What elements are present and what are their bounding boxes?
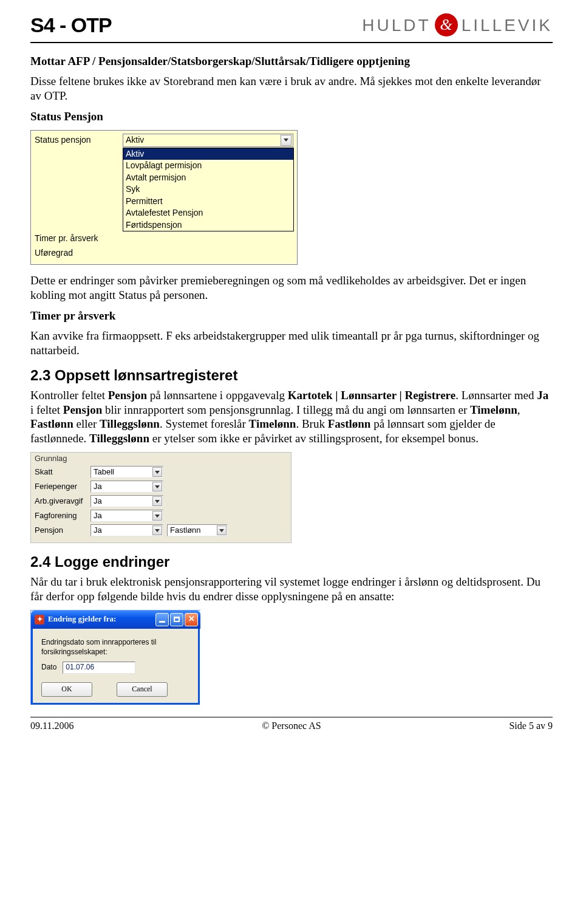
bold-fastlonn2: Fastlønn xyxy=(328,417,371,430)
dropdown-option[interactable]: Avtalefestet Pensjon xyxy=(123,207,293,219)
section-2-3-paragraph: Kontroller feltet Pensjon på lønnsartene… xyxy=(30,388,553,446)
feriepenger-value: Ja xyxy=(94,482,102,491)
chevron-down-icon xyxy=(155,529,160,532)
cancel-button[interactable]: Cancel xyxy=(117,682,168,697)
dialog-title: Endring gjelder fra: xyxy=(48,614,116,624)
dialog-wrapper: ✦ Endring gjelder fra: ✕ Endringsdato so… xyxy=(30,610,200,705)
page-header: S4 - OTP HULDT & LILLEVIK xyxy=(30,12,553,43)
dialog-titlebar[interactable]: ✦ Endring gjelder fra: ✕ xyxy=(31,611,200,629)
arbgiveravgift-label: Arb.giveravgif xyxy=(35,496,87,506)
fagforening-combo[interactable]: Ja xyxy=(90,510,163,522)
bold-fastlonn: Fastlønn xyxy=(30,417,73,430)
feriepenger-combo[interactable]: Ja xyxy=(90,481,163,493)
timer-heading: Timer pr årsverk xyxy=(30,309,553,323)
grunnlag-panel: Grunnlag Skatt Tabell Feriepenger Ja Arb… xyxy=(30,452,292,543)
minimize-icon xyxy=(159,621,165,623)
status-dropdown-list: Aktiv Lovpålagt permisjon Avtalt permisj… xyxy=(123,148,294,232)
grunnlag-legend: Grunnlag xyxy=(35,454,287,464)
status-pensjon-label: Status pensjon xyxy=(35,135,123,146)
combo-button[interactable] xyxy=(152,482,162,491)
section-2-4-paragraph: Når du tar i bruk elektronisk pensjonsra… xyxy=(30,575,553,604)
chevron-down-icon xyxy=(155,471,160,474)
bold-tilleggslonn: Tilleggslønn xyxy=(100,417,160,430)
pensjon-label: Pensjon xyxy=(35,525,87,535)
chevron-down-icon xyxy=(219,529,224,532)
header-title: S4 - OTP xyxy=(30,12,112,38)
dialog-body-frame: Endringsdato som innrapporteres til fors… xyxy=(31,629,200,705)
combo-button[interactable] xyxy=(152,467,162,477)
logo-text-left: HULDT xyxy=(362,15,431,36)
logo-ampersand-icon: & xyxy=(435,13,458,36)
feriepenger-label: Feriepenger xyxy=(35,482,87,491)
date-label: Dato xyxy=(41,663,56,672)
footer-page: Side 5 av 9 xyxy=(509,720,553,732)
dropdown-option[interactable]: Syk xyxy=(123,183,293,196)
dropdown-option[interactable]: Lovpålagt permisjon xyxy=(123,160,293,172)
after-shot1-p2: Kan avvike fra firmaoppsett. F eks arbei… xyxy=(30,329,553,358)
chevron-down-icon xyxy=(155,485,160,488)
bold-kartotek: Kartotek | Lønnsarter | Registrere xyxy=(288,389,455,402)
dialog-body-text: Endringsdato som innrapporteres til fors… xyxy=(41,637,189,657)
section-2-3-heading: 2.3 Oppsett lønnsartregisteret xyxy=(30,366,553,385)
bold-pensjon: Pensjon xyxy=(108,389,147,402)
dropdown-option[interactable]: Permittert xyxy=(123,196,293,208)
footer-date: 09.11.2006 xyxy=(30,720,73,732)
pensjon-type-combo[interactable]: Fastlønn xyxy=(167,524,228,536)
bold-timelonn: Timelønn xyxy=(470,403,517,416)
section-2-4-heading: 2.4 Logge endringer xyxy=(30,553,553,571)
dropdown-option[interactable]: Avtalt permisjon xyxy=(123,172,293,184)
uforegrad-label: Uføregrad xyxy=(35,248,123,259)
status-pensjon-value: Aktiv xyxy=(126,135,144,146)
combo-button[interactable] xyxy=(217,525,227,535)
dropdown-option[interactable]: Aktiv xyxy=(123,148,293,160)
cancel-label: Cancel xyxy=(132,685,152,694)
page-footer: 09.11.2006 © Personec AS Side 5 av 9 xyxy=(30,717,553,732)
app-icon: ✦ xyxy=(35,615,44,625)
status-pensjon-heading: Status Pensjon xyxy=(30,109,553,124)
logo-text-right: LILLEVIK xyxy=(462,15,553,36)
combo-button[interactable] xyxy=(152,496,162,506)
after-shot1-p1: Dette er endringer som påvirker premiebe… xyxy=(30,273,553,303)
close-icon: ✕ xyxy=(188,614,195,624)
ok-button[interactable]: OK xyxy=(41,682,92,697)
maximize-icon xyxy=(174,617,180,622)
logo: HULDT & LILLEVIK xyxy=(362,13,553,36)
pensjon-value: Ja xyxy=(94,525,102,535)
fagforening-label: Fagforening xyxy=(35,511,87,521)
bold-tilleggslonn2: Tilleggslønn xyxy=(89,432,149,445)
footer-copyright: © Personec AS xyxy=(262,720,321,732)
status-pensjon-combo[interactable]: Aktiv xyxy=(123,134,293,147)
skatt-label: Skatt xyxy=(35,467,87,477)
fagforening-value: Ja xyxy=(94,511,102,521)
skatt-value: Tabell xyxy=(94,467,114,477)
bold-pensjon2: Pensjon xyxy=(63,403,102,416)
minimize-button[interactable] xyxy=(155,613,169,626)
bold-ja: Ja xyxy=(537,389,548,402)
arbgiveravgift-value: Ja xyxy=(94,496,102,506)
ok-label: OK xyxy=(61,685,72,694)
date-input[interactable]: 01.07.06 xyxy=(63,662,135,674)
intro-paragraph: Disse feltene brukes ikke av Storebrand … xyxy=(30,74,553,103)
date-value: 01.07.06 xyxy=(66,663,94,672)
timer-label: Timer pr. årsverk xyxy=(35,233,123,244)
bold-timelonn2: Timelønn xyxy=(249,417,296,430)
skatt-combo[interactable]: Tabell xyxy=(90,466,163,478)
chevron-down-icon xyxy=(284,139,288,142)
pensjon-combo[interactable]: Ja xyxy=(90,524,163,536)
close-button[interactable]: ✕ xyxy=(185,613,198,626)
dropdown-option[interactable]: Førtidspensjon xyxy=(123,219,293,231)
section-heading-mottar: Mottar AFP / Pensjonsalder/Statsborgersk… xyxy=(30,54,553,69)
combo-button[interactable] xyxy=(152,511,162,521)
status-panel: Status pensjon Aktiv Aktiv Lovpålagt per… xyxy=(30,130,298,265)
combo-button[interactable] xyxy=(281,135,292,146)
chevron-down-icon xyxy=(155,500,160,503)
combo-button[interactable] xyxy=(152,525,162,535)
pensjon-type-value: Fastlønn xyxy=(170,525,201,535)
arbgiveravgift-combo[interactable]: Ja xyxy=(90,495,163,507)
maximize-button[interactable] xyxy=(170,613,183,626)
chevron-down-icon xyxy=(155,515,160,518)
